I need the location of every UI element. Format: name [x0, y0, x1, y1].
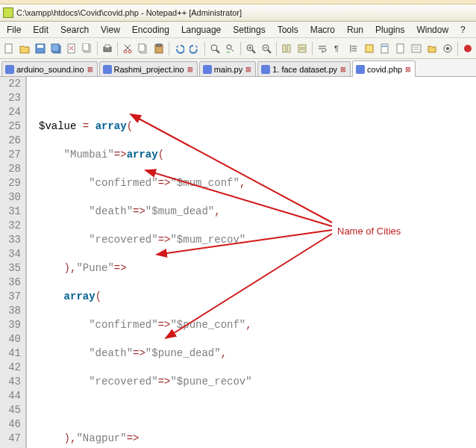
svg-rect-9 — [105, 45, 110, 48]
record-macro-button[interactable] — [460, 41, 475, 56]
code-token: "confirmed" — [89, 319, 157, 331]
cut-button[interactable] — [120, 41, 135, 56]
line-number: 47 — [0, 432, 21, 446]
line-number: 39 — [0, 318, 21, 332]
file-icon — [356, 65, 365, 74]
code-editor[interactable]: 2223242526272829303132333435363738394041… — [0, 77, 476, 448]
zoom-out-button[interactable] — [259, 41, 274, 56]
user-lang-button[interactable] — [362, 41, 377, 56]
svg-rect-27 — [382, 46, 387, 47]
toolbar-separator — [240, 42, 241, 55]
tab-main-py[interactable]: main.py⊠ — [199, 61, 257, 76]
line-number: 35 — [0, 261, 21, 276]
menu-file[interactable]: File — [1, 23, 26, 37]
svg-rect-26 — [381, 44, 388, 53]
new-file-button[interactable] — [1, 41, 16, 56]
line-number: 41 — [0, 346, 21, 361]
undo-button[interactable] — [172, 41, 187, 56]
menu-help[interactable]: ? — [455, 23, 471, 37]
menu-settings[interactable]: Settings — [228, 23, 270, 37]
print-button[interactable] — [100, 41, 115, 56]
tab-label: arduino_sound.ino — [16, 65, 84, 74]
copy-button[interactable] — [136, 41, 151, 56]
menu-view[interactable]: View — [95, 23, 125, 37]
line-number: 26 — [0, 134, 21, 148]
close-button[interactable] — [64, 41, 79, 56]
function-list-button[interactable] — [409, 41, 424, 56]
doc-list-button[interactable] — [393, 41, 408, 56]
close-icon[interactable]: ⊠ — [187, 66, 194, 73]
redo-button[interactable] — [187, 41, 202, 56]
svg-rect-22 — [298, 45, 306, 48]
svg-rect-15 — [157, 44, 161, 46]
toolbar-separator — [312, 42, 313, 55]
menubar: File Edit Search View Encoding Language … — [0, 22, 476, 38]
menu-encoding[interactable]: Encoding — [127, 23, 175, 37]
line-number: 31 — [0, 205, 21, 219]
menu-macro[interactable]: Macro — [305, 23, 340, 37]
folder-workspace-button[interactable] — [425, 41, 439, 56]
code-token: "recovered" — [89, 234, 157, 246]
toolbar-separator — [457, 42, 458, 55]
window-titlebar: C:\xampp\htdocs\Covid\covid.php - Notepa… — [0, 4, 476, 22]
line-number: 25 — [0, 119, 21, 134]
close-icon[interactable]: ⊠ — [339, 66, 347, 73]
code-token: array — [127, 149, 158, 161]
toolbar-separator — [204, 42, 205, 55]
menu-run[interactable]: Run — [342, 23, 369, 37]
code-token: array — [95, 120, 127, 132]
line-number: 24 — [0, 105, 21, 119]
code-token: $value — [39, 120, 76, 132]
paste-button[interactable] — [151, 41, 166, 56]
tab-label: main.py — [214, 65, 243, 74]
file-icon — [5, 65, 14, 74]
monitoring-button[interactable] — [440, 41, 455, 56]
tab-arduino-sound[interactable]: arduino_sound.ino⊠ — [1, 61, 98, 76]
code-token: "$pune_conf" — [170, 319, 245, 331]
close-all-button[interactable] — [80, 41, 95, 56]
line-number: 30 — [0, 190, 21, 205]
show-all-chars-button[interactable]: ¶ — [331, 41, 345, 56]
find-button[interactable] — [207, 41, 222, 56]
doc-map-button[interactable] — [378, 41, 392, 56]
toolbar-separator — [169, 42, 169, 55]
tab-face-dataset[interactable]: 1. face dataset.py⊠ — [257, 61, 351, 76]
indent-guide-button[interactable] — [346, 41, 361, 56]
line-number: 34 — [0, 247, 21, 261]
open-file-button[interactable] — [17, 41, 32, 56]
tab-covid-php[interactable]: covid.php⊠ — [352, 60, 416, 77]
svg-point-31 — [446, 47, 449, 50]
sync-scroll-v-button[interactable] — [279, 41, 294, 56]
line-number: 27 — [0, 148, 21, 162]
line-number: 32 — [0, 219, 21, 233]
tab-rashmi-project[interactable]: Rashmi_project.ino⊠ — [99, 61, 198, 76]
svg-rect-28 — [397, 44, 404, 53]
menu-window[interactable]: Window — [411, 23, 454, 37]
line-number: 44 — [0, 389, 21, 403]
save-button[interactable] — [33, 41, 48, 56]
code-token: "$pune_recov" — [170, 376, 251, 388]
menu-search[interactable]: Search — [55, 23, 94, 37]
svg-rect-13 — [139, 44, 145, 52]
save-all-button[interactable] — [48, 41, 63, 56]
close-icon[interactable]: ⊠ — [87, 66, 94, 73]
replace-button[interactable] — [223, 41, 238, 56]
zoom-in-button[interactable] — [243, 41, 258, 56]
toolbar-separator — [97, 42, 98, 55]
file-icon — [261, 65, 270, 74]
close-icon[interactable]: ⊠ — [245, 66, 252, 73]
sync-scroll-h-button[interactable] — [295, 41, 310, 56]
svg-rect-25 — [366, 45, 373, 52]
menu-plugins[interactable]: Plugins — [370, 23, 410, 37]
tab-label: Rashmi_project.ino — [114, 65, 184, 74]
line-number: 23 — [0, 91, 21, 105]
code-area[interactable]: $value = array( "Mumbai"=>array( "confir… — [27, 77, 476, 448]
close-icon[interactable]: ⊠ — [404, 66, 412, 73]
menu-edit[interactable]: Edit — [28, 23, 54, 37]
toolbar-separator — [276, 42, 277, 55]
word-wrap-button[interactable] — [315, 41, 330, 56]
tab-label: covid.php — [367, 65, 402, 74]
line-number: 42 — [0, 361, 21, 375]
menu-language[interactable]: Language — [176, 23, 226, 37]
menu-tools[interactable]: Tools — [272, 23, 304, 37]
